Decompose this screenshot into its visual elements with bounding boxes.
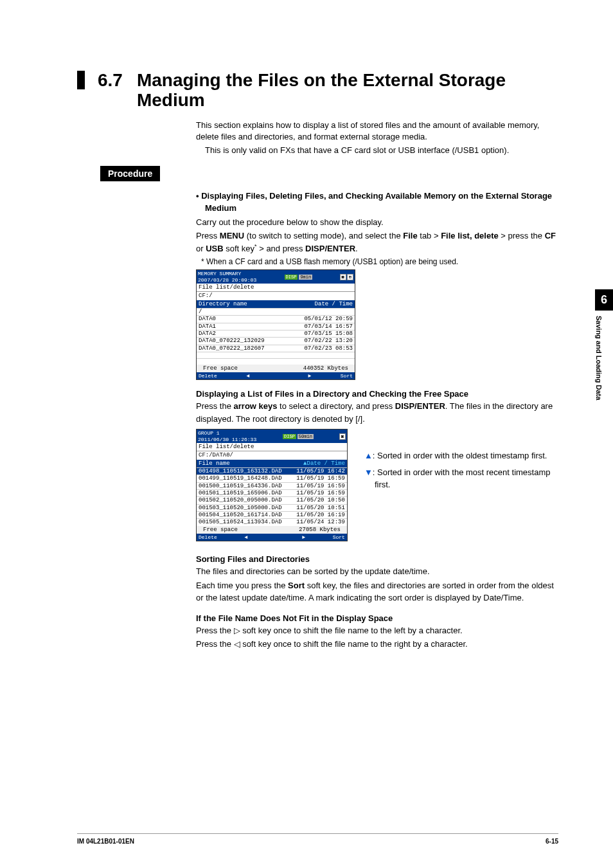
right-arrow-softkey[interactable]: ►	[279, 373, 341, 379]
row-date: 07/02/22 13:20	[304, 338, 353, 344]
t: to select a directory, and press	[277, 401, 395, 411]
hdr-datetime: Date / Time	[315, 301, 353, 307]
list-row[interactable]: 001499_110519_164248.DAD11/05/19 16:59	[197, 475, 347, 482]
t: 2011/06/30 11:26:33	[198, 437, 256, 442]
intro-p1: This section explains how to display a l…	[196, 120, 558, 144]
empty-row	[197, 352, 355, 358]
disp-badge: DISP	[285, 275, 298, 280]
camera-icon: ◙	[340, 274, 346, 280]
sorting-p1: The files and directories can be sorted …	[196, 565, 558, 578]
list-row[interactable]: /	[197, 308, 355, 315]
t: Each time you press the	[196, 581, 288, 590]
row-date: 11/05/20 10:51	[296, 505, 345, 511]
chapter-title: Saving and Loading Data	[595, 311, 606, 413]
row-date: 07/03/14 16:57	[304, 323, 353, 330]
step2-heading: Displaying a List of Files in a Director…	[196, 389, 558, 399]
chapter-number: 6	[595, 289, 613, 311]
row-name: 001498_110519_163132.DAD	[199, 468, 282, 475]
intro-p2: This is only valid on FXs that have a CF…	[205, 145, 558, 157]
step1-p1: Carry out the procedure below to show th…	[196, 216, 558, 229]
t: 2007/03/28 20:09:03	[198, 277, 256, 283]
ss2-icons: ◙	[339, 433, 346, 440]
ss1-bottombar: Delete ◄ ► Sort	[197, 372, 355, 379]
left-arrow-softkey[interactable]: ◄	[217, 534, 275, 540]
list-row[interactable]: DATA0_070222_13202907/02/22 13:20	[197, 337, 355, 344]
row-name: 001503_110520_105000.DAD	[199, 505, 282, 511]
list-row[interactable]: DATA0_070222_18260707/02/23 08:53	[197, 345, 355, 352]
row-name: 001500_110519_164336.DAD	[199, 483, 282, 489]
procedure-label: Procedure	[100, 166, 160, 181]
row-date: 11/05/24 12:39	[296, 519, 345, 525]
list-row[interactable]: 001503_110520_105000.DAD11/05/20 10:51	[197, 504, 347, 511]
disp-badge: DISP	[283, 434, 296, 439]
row-date: 11/05/19 16:42	[296, 468, 345, 475]
legend-descending: ▼: Sorted in order with the most recent …	[364, 466, 558, 491]
row-date: 07/03/15 15:08	[304, 330, 353, 337]
left-arrow-icon: ◁	[234, 638, 240, 651]
row-name: DATA0_070222_182607	[199, 345, 265, 352]
ss1-icons: ◙⊞	[339, 274, 353, 280]
t: soft key once to shift the file name to …	[240, 626, 463, 635]
page-footer: IM 04L21B01-01EN 6-15	[77, 833, 558, 845]
cf-key: CF	[545, 231, 556, 240]
step1-footnote: When a CF card and a USB flash memory (/…	[196, 257, 558, 267]
t: soft key	[224, 244, 254, 253]
row-date: 11/05/19 16:59	[296, 483, 345, 489]
left-arrow-softkey[interactable]: ◄	[217, 373, 279, 379]
list-row[interactable]: DATA005/01/12 20:59	[197, 315, 355, 322]
ss2-badges: DISP50min	[281, 433, 314, 439]
list-row[interactable]: DATA207/03/15 15:08	[197, 330, 355, 337]
list-row[interactable]: DATA107/03/14 16:57	[197, 323, 355, 330]
disp-enter-key: DISP/ENTER	[305, 244, 355, 253]
t: Press the	[196, 639, 234, 649]
legend-ascending: ▲: Sorted in order with the oldest times…	[364, 449, 558, 462]
row-date: 05/01/12 20:59	[304, 316, 353, 322]
ss1-title: MEMORY SUMMARY2007/03/28 20:09:03	[198, 271, 256, 282]
list-row[interactable]: 001498_110519_163132.DAD11/05/19 16:42	[197, 467, 347, 475]
row-date: 11/05/19 16:59	[296, 490, 345, 496]
ss1-free: Free space 440352 Kbytes	[197, 365, 355, 372]
delete-softkey[interactable]: Delete	[199, 534, 217, 540]
ss2-free: Free space 27058 Kbytes	[197, 526, 347, 534]
list-row[interactable]: 001500_110519_164336.DAD11/05/19 16:59	[197, 482, 347, 489]
ss1-titlebar: MEMORY SUMMARY2007/03/28 20:09:03 DISP9m…	[197, 270, 355, 283]
page-number: 6-15	[546, 838, 558, 845]
section-heading-row: 6.7 Managing the Files on the External S…	[77, 71, 558, 111]
page: 6.7 Managing the Files on the External S…	[0, 0, 613, 678]
ss2-rows: 001498_110519_163132.DAD11/05/19 16:4200…	[197, 467, 347, 526]
arrow-keys: arrow keys	[234, 401, 278, 411]
section-title: Managing the Files on the External Stora…	[137, 71, 558, 111]
list-row[interactable]: 001504_110520_161714.DAD11/05/20 16:19	[197, 511, 347, 518]
sort-key: Sort	[288, 581, 305, 590]
step1-heading: Displaying Files, Deleting Files, and Ch…	[196, 190, 558, 215]
sorting-heading: Sorting Files and Directories	[196, 554, 558, 564]
filename-fit-heading: If the File Name Does Not Fit in the Dis…	[196, 613, 558, 623]
time-badge: 50min	[298, 434, 314, 439]
ss2-legend-wrap: GROUP 12011/06/30 11:26:33 DISP50min ◙ F…	[196, 426, 558, 550]
screenshot-file-list: GROUP 12011/06/30 11:26:33 DISP50min ◙ F…	[196, 429, 348, 541]
ss2-titlebar: GROUP 12011/06/30 11:26:33 DISP50min ◙	[197, 429, 347, 442]
ss2-title: GROUP 12011/06/30 11:26:33	[198, 430, 256, 442]
list-row[interactable]: 001502_110520_095000.DAD11/05/20 10:50	[197, 496, 347, 503]
row-name: DATA0_070222_132029	[199, 338, 265, 344]
hdr-filename: File name	[199, 460, 230, 467]
ss1-subbar: File list/delete	[197, 284, 355, 292]
delete-softkey[interactable]: Delete	[199, 373, 217, 379]
list-row[interactable]: 001505_110524_113934.DAD11/05/24 12:39	[197, 518, 347, 525]
t: > press the	[499, 231, 545, 240]
usb-key: USB	[206, 244, 223, 253]
right-arrow-softkey[interactable]: ►	[275, 534, 333, 540]
row-date: 11/05/20 16:19	[296, 512, 345, 518]
sort-softkey[interactable]: Sort	[333, 534, 345, 540]
step2-p1: Press the arrow keys to select a directo…	[196, 400, 558, 425]
t: MEMORY SUMMARY	[198, 271, 241, 276]
right-arrow-icon: ▷	[234, 624, 240, 637]
sort-softkey[interactable]: Sort	[341, 373, 353, 379]
list-row[interactable]: 001501_110519_165906.DAD11/05/19 16:59	[197, 489, 347, 496]
t: > and press	[257, 244, 306, 253]
file-list-delete: File list, delete	[441, 231, 499, 240]
row-name: DATA2	[199, 330, 216, 337]
filename-fit-p1: Press the ▷ soft key once to shift the f…	[196, 624, 558, 637]
row-name: DATA1	[199, 323, 216, 330]
free-value: 440352 Kbytes	[303, 365, 348, 372]
